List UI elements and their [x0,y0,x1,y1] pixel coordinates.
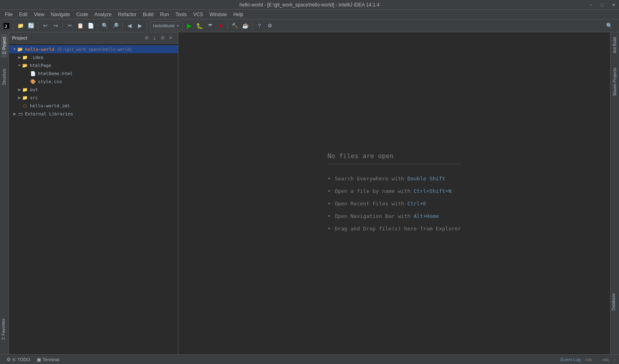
sdk-btn[interactable]: ☕ [240,21,250,31]
sidebar-item-favorites[interactable]: 2: Favorites [0,316,9,343]
project-settings-btn[interactable]: ⚙ [142,34,151,42]
back-btn[interactable]: ◀ [125,21,134,31]
event-log-link[interactable]: Event Log [560,357,581,362]
tree-label-htmldemo: htmlDemo.html [38,71,73,76]
folder-htmlpage-icon: 📂 [22,62,28,69]
sidebar-item-maven[interactable]: Maven Projects [611,65,618,99]
folder-open-icon: 📂 [17,46,23,52]
run-config-selector[interactable]: HelloWorld ▼ [150,21,183,30]
sidebar-item-ant-build[interactable]: Ant Build [611,34,618,56]
menu-item-edit[interactable]: Edit [16,11,31,18]
menu-item-run[interactable]: Run [157,11,172,18]
project-panel: Project ⚙ ⤓ ⚙ ✕ ▼ 📂 hello-world (E:\git_… [9,32,178,354]
hint-nav-text: Open Navigation Bar with [335,213,414,219]
help-btn[interactable]: ? [255,21,264,31]
tree-item-src[interactable]: ▶ 📁 src [9,94,178,102]
maximize-button[interactable]: □ [596,0,608,10]
sidebar-item-project[interactable]: 1: Project [1,34,8,57]
project-header: Project ⚙ ⤓ ⚙ ✕ [9,32,178,44]
project-close-btn[interactable]: ✕ [167,34,175,42]
tree-item-root[interactable]: ▼ 📂 hello-world (E:\git_work_space\hello… [9,45,178,53]
minimize-button[interactable]: − [585,0,596,10]
bullet3: • [328,201,331,207]
tree-label-root: hello-world [25,47,54,52]
intellij-logo: J [2,21,11,31]
sidebar-item-database[interactable]: Database [610,290,619,314]
redo-btn[interactable]: ↪ [51,21,61,31]
open-btn[interactable]: 📁 [16,21,25,31]
project-gear-btn[interactable]: ⚙ [159,34,167,42]
find2-btn[interactable]: 🔎 [111,21,120,31]
right-sidebar-tabs: Ant Build Maven Projects Database [610,32,619,354]
shortcut-ctrl-shift-n: Ctrl+Shift+N [414,188,452,194]
menu-item-refactor[interactable]: Refactor [115,11,140,18]
cut-btn[interactable]: ✂ [65,21,75,31]
tree-item-stylecss[interactable]: 🎨 style.css [9,77,178,86]
build-btn[interactable]: 🔨 [230,21,240,31]
ext-lib-icon: 🗃 [17,111,23,117]
tree-label-stylecss: style.css [38,79,62,84]
title-bar-text: hello-world - [E:\git_work_space\hello-w… [240,2,380,8]
menu-item-analyze[interactable]: Analyze [91,11,115,18]
tree-label-out: out [30,87,38,92]
hint-nav-bar: • Open Navigation Bar with Alt+Home [328,213,439,219]
folder-idea-icon: 📁 [22,54,28,61]
no-files-title: No files are open [328,152,461,164]
bullet4: • [328,213,331,219]
tree-item-extlibs[interactable]: ▶ 🗃 External Libraries [9,110,178,118]
paste-btn[interactable]: 📄 [86,21,96,31]
tree-item-htmldemo[interactable]: 📄 htmlDemo.html [9,69,178,77]
sep6 [147,22,147,30]
tab-todo-label: 6: TODO [13,357,30,362]
stop-btn[interactable]: ■ [216,21,226,31]
copy-btn[interactable]: 📋 [75,21,85,31]
menu-item-build[interactable]: Build [140,11,157,18]
run-btn[interactable]: ▶ [184,21,194,31]
menu-item-navigate[interactable]: Navigate [48,11,73,18]
tree-arrow-iml [17,103,22,108]
tree-label-extlibs: External Libraries [25,111,73,117]
tree-item-iml[interactable]: ⬡ hello-world.iml [9,102,178,110]
sync-btn[interactable]: 🔄 [26,21,36,31]
shortcut-ctrl-e: Ctrl+E [407,201,426,207]
editor-area: No files are open • Search Everywhere wi… [178,32,610,354]
coverage-btn[interactable]: ☂ [205,21,215,31]
find-btn[interactable]: 🔍 [100,21,110,31]
hint-search-text: Search Everywhere with [335,176,407,182]
menu-item-vcs[interactable]: VCS [190,11,207,18]
settings-btn[interactable]: ⚙ [265,21,275,31]
forward-btn[interactable]: ▶ [135,21,145,31]
menu-item-view[interactable]: View [31,11,48,18]
hint-search-everywhere: • Search Everywhere with Double Shift [328,176,445,182]
project-scroll-btn[interactable]: ⤓ [151,34,159,42]
tree-item-out[interactable]: ▶ 📁 out [9,86,178,94]
status-separator1: : [596,357,598,362]
close-button[interactable]: ✕ [608,0,619,10]
menu-item-window[interactable]: Window [206,11,230,18]
sidebar-item-structure[interactable]: Structure [1,65,8,88]
title-bar: hello-world - [E:\git_work_space\hello-w… [0,0,619,10]
shortcut-double-shift: Double Shift [407,176,445,182]
search-everywhere-btn[interactable]: 🔍 [604,21,614,31]
tree-item-htmlpage[interactable]: ▼ 📂 htmlPage [9,61,178,69]
tree-arrow-stylecss [25,79,30,84]
tab-terminal[interactable]: ▣ Terminal [33,355,63,364]
tree-label-htmlpage: htmlPage [30,63,51,68]
folder-out-icon: 📁 [22,86,28,93]
hint-open-by-name: • Open a file by name with Ctrl+Shift+N [328,188,452,194]
sep1 [13,22,14,30]
left-sidebar-tabs: 1: Project Structure 2: Favorites [0,32,9,354]
menu-item-file[interactable]: File [2,11,16,18]
tree-arrow-out: ▶ [17,87,22,92]
menu-item-code[interactable]: Code [73,11,91,18]
debug-btn[interactable]: 🐛 [195,21,205,31]
project-panel-title: Project [12,36,142,40]
menu-item-help[interactable]: Help [230,11,247,18]
undo-btn[interactable]: ↩ [40,21,50,31]
tab-todo[interactable]: ⚙ 6: TODO [3,355,33,364]
tree-item-idea[interactable]: ▶ 📁 .idea [9,53,178,61]
folder-src-icon: 📁 [22,94,28,101]
main-layout: 1: Project Structure 2: Favorites Projec… [0,32,619,354]
menu-item-tools[interactable]: Tools [172,11,190,18]
tree-arrow-root: ▼ [12,47,17,52]
